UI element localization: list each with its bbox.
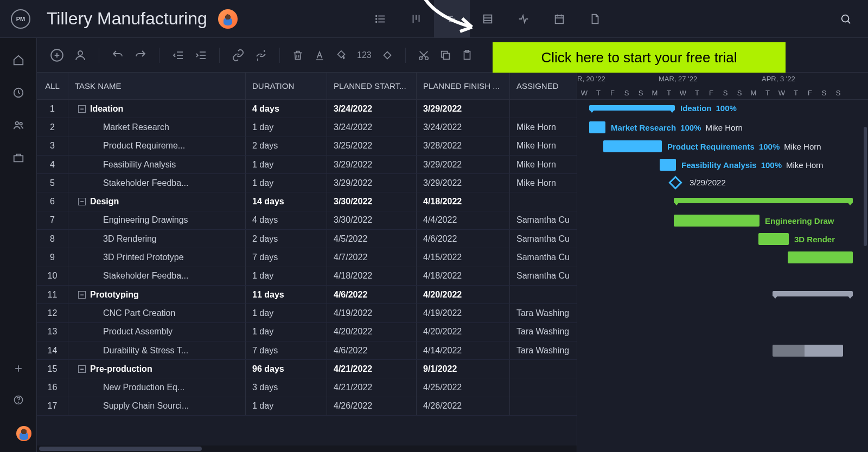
view-board-icon[interactable] <box>398 0 434 38</box>
task-bar[interactable]: 3D Render <box>758 233 789 245</box>
duration-cell[interactable]: 1 day <box>246 397 327 415</box>
clock-icon[interactable] <box>12 87 24 99</box>
task-name-cell[interactable]: New Production Eq... <box>68 378 246 396</box>
add-task-icon[interactable] <box>50 48 64 62</box>
col-assigned[interactable]: ASSIGNED <box>510 73 575 99</box>
assigned-cell[interactable] <box>510 378 575 396</box>
duration-cell[interactable]: 14 days <box>246 192 327 210</box>
col-taskname[interactable]: TASK NAME <box>68 73 246 99</box>
unlink-icon[interactable] <box>254 49 267 62</box>
duration-cell[interactable]: 96 days <box>246 360 327 378</box>
task-row[interactable]: 8 3D Rendering 2 days 4/5/2022 4/6/2022 … <box>37 230 577 248</box>
start-cell[interactable]: 3/24/2022 <box>327 100 417 118</box>
horizontal-scrollbar[interactable] <box>37 445 577 452</box>
assigned-cell[interactable]: Mike Horn <box>510 118 575 136</box>
col-finish[interactable]: PLANNED FINISH ... <box>417 73 510 99</box>
app-logo[interactable]: PM <box>11 9 30 29</box>
start-cell[interactable]: 3/29/2022 <box>327 174 417 192</box>
gantt-row[interactable] <box>577 304 868 322</box>
delete-icon[interactable] <box>292 49 304 61</box>
duration-cell[interactable]: 3 days <box>246 378 327 396</box>
task-name-cell[interactable]: Product Assembly <box>68 323 246 341</box>
collapse-icon[interactable]: − <box>78 291 86 299</box>
gantt-row[interactable] <box>577 360 868 378</box>
finish-cell[interactable]: 3/29/2022 <box>417 100 510 118</box>
task-row[interactable]: 14 Durability & Stress T... 7 days 4/6/2… <box>37 341 577 360</box>
assigned-cell[interactable]: Mike Horn <box>510 156 575 173</box>
start-cell[interactable]: 4/5/2022 <box>327 230 417 248</box>
finish-cell[interactable]: 4/18/2022 <box>417 192 510 210</box>
finish-cell[interactable]: 4/20/2022 <box>417 286 510 304</box>
duration-cell[interactable]: 1 day <box>246 304 327 322</box>
task-row[interactable]: 15 − Pre-production 96 days 4/21/2022 9/… <box>37 360 577 378</box>
task-bar[interactable]: Product Requirements 100% Mike Horn <box>603 140 662 152</box>
assigned-cell[interactable] <box>510 397 575 415</box>
finish-cell[interactable]: 4/15/2022 <box>417 248 510 266</box>
fill-color-icon[interactable] <box>335 49 347 61</box>
duration-cell[interactable]: 1 day <box>246 267 327 285</box>
start-cell[interactable]: 3/30/2022 <box>327 211 417 229</box>
user-avatar-small[interactable] <box>16 426 31 441</box>
col-all[interactable]: ALL <box>37 73 68 99</box>
assigned-cell[interactable] <box>510 192 575 210</box>
gantt-row[interactable] <box>577 248 868 267</box>
assigned-cell[interactable]: Samantha Cu <box>510 267 575 285</box>
task-row[interactable]: 7 Engineering Drawings 4 days 3/30/2022 … <box>37 211 577 230</box>
summary-bar[interactable] <box>674 198 853 203</box>
duration-cell[interactable]: 1 day <box>246 323 327 341</box>
home-icon[interactable] <box>12 54 24 66</box>
task-name-cell[interactable]: Supply Chain Sourci... <box>68 397 246 415</box>
task-name-cell[interactable]: − Ideation <box>68 100 246 118</box>
start-cell[interactable]: 4/7/2022 <box>327 248 417 266</box>
task-row[interactable]: 11 − Prototyping 11 days 4/6/2022 4/20/2… <box>37 286 577 304</box>
task-name-cell[interactable]: − Prototyping <box>68 286 246 304</box>
gantt-row[interactable] <box>577 192 868 211</box>
duration-cell[interactable]: 11 days <box>246 286 327 304</box>
user-avatar[interactable] <box>218 9 238 29</box>
task-name-cell[interactable]: Engineering Drawings <box>68 211 246 229</box>
assign-icon[interactable] <box>74 49 87 62</box>
task-row[interactable]: 17 Supply Chain Sourci... 1 day 4/26/202… <box>37 397 577 416</box>
task-row[interactable]: 4 Feasibility Analysis 1 day 3/29/2022 3… <box>37 156 577 174</box>
duration-cell[interactable]: 7 days <box>246 341 327 359</box>
task-bar[interactable]: Engineering Draw <box>674 215 760 227</box>
task-name-cell[interactable]: Market Research <box>68 118 246 136</box>
finish-cell[interactable]: 3/29/2022 <box>417 156 510 173</box>
duration-cell[interactable]: 1 day <box>246 118 327 136</box>
gantt-chart[interactable]: R, 20 '22 MAR, 27 '22 APR, 3 '22 WTFSSMT… <box>577 73 868 452</box>
summary-bar[interactable]: Ideation100% <box>589 105 675 111</box>
assigned-cell[interactable]: Mike Horn <box>510 174 575 192</box>
summary-bar[interactable] <box>773 291 853 296</box>
gantt-row[interactable]: Product Requirements 100% Mike Horn <box>577 137 868 156</box>
duration-cell[interactable]: 1 day <box>246 174 327 192</box>
project-title[interactable]: Tillery Manufacturing <box>47 9 207 29</box>
help-icon[interactable] <box>13 395 24 405</box>
duration-cell[interactable]: 7 days <box>246 248 327 266</box>
undo-icon[interactable] <box>111 49 124 62</box>
text-color-icon[interactable] <box>314 49 326 61</box>
link-icon[interactable] <box>232 49 245 62</box>
finish-cell[interactable]: 4/4/2022 <box>417 211 510 229</box>
start-cell[interactable]: 4/18/2022 <box>327 267 417 285</box>
start-cell[interactable]: 4/6/2022 <box>327 341 417 359</box>
team-icon[interactable] <box>12 119 24 131</box>
milestone-icon[interactable] <box>381 49 393 61</box>
task-bar[interactable]: Market Research 100% Mike Horn <box>589 121 605 133</box>
start-cell[interactable]: 4/19/2022 <box>327 304 417 322</box>
task-row[interactable]: 9 3D Printed Prototype 7 days 4/7/2022 4… <box>37 248 577 267</box>
gantt-row[interactable] <box>577 323 868 341</box>
task-row[interactable]: 10 Stakeholder Feedba... 1 day 4/18/2022… <box>37 267 577 286</box>
task-name-cell[interactable]: 3D Rendering <box>68 230 246 248</box>
task-bar[interactable] <box>773 345 843 357</box>
indent-icon[interactable] <box>194 49 207 62</box>
task-name-cell[interactable]: − Pre-production <box>68 360 246 378</box>
start-cell[interactable]: 3/29/2022 <box>327 156 417 173</box>
gantt-row[interactable]: Feasibility Analysis 100% Mike Horn <box>577 156 868 174</box>
gantt-row[interactable] <box>577 341 868 360</box>
task-name-cell[interactable]: Product Requireme... <box>68 137 246 155</box>
gantt-row[interactable]: 3D Render <box>577 230 868 248</box>
finish-cell[interactable]: 4/14/2022 <box>417 341 510 359</box>
task-row[interactable]: 6 − Design 14 days 3/30/2022 4/18/2022 <box>37 192 577 211</box>
finish-cell[interactable]: 4/25/2022 <box>417 378 510 396</box>
task-row[interactable]: 2 Market Research 1 day 3/24/2022 3/24/2… <box>37 118 577 137</box>
